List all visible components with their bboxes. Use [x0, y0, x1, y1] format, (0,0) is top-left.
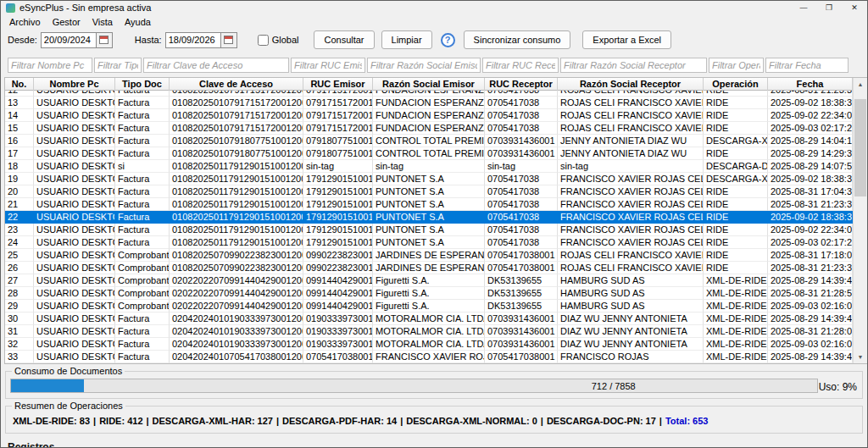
- table-cell: 1791290151001: [303, 173, 373, 185]
- table-cell: 2025-09-03 02:17:25: [768, 236, 853, 249]
- consultar-button[interactable]: Consultar: [314, 30, 374, 49]
- table-cell: USUARIO DESKTOP-...: [34, 338, 115, 351]
- table-row[interactable]: 12USUARIO DESKTOP-...Factura010820250107…: [5, 91, 853, 97]
- table-cell: 2025-09-02 22:34:03: [768, 224, 853, 236]
- column-header-4[interactable]: Clave de Acceso: [170, 78, 303, 91]
- table-cell: 1791290151001: [303, 198, 373, 211]
- hasta-input[interactable]: [165, 32, 221, 48]
- table-cell: 19: [5, 173, 34, 185]
- scrollbar-thumb[interactable]: [854, 99, 866, 196]
- limpiar-button[interactable]: Limpiar: [381, 30, 432, 49]
- desde-input[interactable]: [41, 32, 97, 48]
- scroll-down-icon[interactable]: ▼: [854, 351, 867, 363]
- filter-input-9[interactable]: [765, 58, 849, 73]
- vertical-scrollbar[interactable]: ▲ ▼: [853, 78, 867, 363]
- table-cell: RIDE: [704, 147, 768, 160]
- progress-text: 712 / 7858: [592, 381, 636, 391]
- filter-input-5[interactable]: [367, 58, 481, 73]
- table-cell: 0703931436001: [485, 338, 558, 351]
- hasta-label: Hasta:: [135, 35, 162, 45]
- column-header-6[interactable]: Razón Social Emisor: [373, 78, 485, 91]
- table-cell: 0705417038001: [485, 351, 558, 363]
- table-row[interactable]: 33USUARIO DESKTOP-...Factura020420240107…: [5, 351, 853, 363]
- filter-input-6[interactable]: [482, 58, 559, 73]
- table-cell: FRANCISCO XAVIER ROJAS CELI: [558, 173, 704, 185]
- table-row[interactable]: 24USUARIO DESKTOP-...Factura010820250117…: [5, 236, 853, 249]
- table-cell: 27: [5, 274, 34, 287]
- close-button[interactable]: ✕: [842, 1, 867, 14]
- table-row[interactable]: 13USUARIO DESKTOP-...Factura010820250107…: [5, 97, 853, 109]
- column-header-7[interactable]: RUC Receptor: [485, 78, 558, 91]
- column-header-3[interactable]: Tipo Doc: [115, 78, 170, 91]
- table-row[interactable]: 30USUARIO DESKTOP-...Factura020420240101…: [5, 312, 853, 325]
- filter-input-2[interactable]: [94, 58, 142, 73]
- hasta-calendar-button[interactable]: [221, 32, 237, 48]
- table-cell: 0791715172001: [303, 97, 373, 109]
- filter-input-8[interactable]: [709, 58, 764, 73]
- table-cell: 010820250107918077510012001004...: [170, 135, 303, 147]
- resumen-item: DESCARGA-XML-HAR: 127: [153, 416, 273, 426]
- filter-input-7[interactable]: [560, 58, 707, 73]
- column-header-10[interactable]: Fecha: [768, 78, 853, 91]
- table-cell: 2025-08-31 17:18:00: [768, 249, 853, 262]
- table-row[interactable]: 19USUARIO DESKTOP-...Factura010820250117…: [5, 173, 853, 185]
- table-cell: 0791807751001: [303, 135, 373, 147]
- desde-calendar-button[interactable]: [97, 32, 113, 48]
- column-header-8[interactable]: Razón Social Receptor: [558, 78, 704, 91]
- progress-fill: [11, 379, 84, 392]
- table-cell: HAMBURG SUD AS: [558, 300, 704, 312]
- table-row[interactable]: 17USUARIO DESKTOP-...Factura010820250107…: [5, 147, 853, 160]
- table-row[interactable]: 26USUARIO DESKTOP-...Comprobante...01082…: [5, 262, 853, 274]
- table-row[interactable]: 27USUARIO DESKTOP-...Comprobante...02022…: [5, 274, 853, 287]
- table-cell: 2025-09-03 02:16:05: [768, 338, 853, 351]
- scroll-up-icon[interactable]: ▲: [854, 78, 867, 91]
- help-icon[interactable]: ?: [441, 33, 455, 47]
- table-row[interactable]: 18USUARIO DESKTOP-...si01082025011791290…: [5, 160, 853, 173]
- column-header-1[interactable]: No.: [5, 78, 34, 91]
- global-checkbox[interactable]: [258, 35, 269, 46]
- table-row[interactable]: 14USUARIO DESKTOP-...Factura010820250107…: [5, 109, 853, 122]
- table-cell: USUARIO DESKTOP-...: [34, 274, 115, 287]
- menu-item-vista[interactable]: Vista: [86, 16, 119, 28]
- table-row[interactable]: 29USUARIO DESKTOP-...Comprobante...02022…: [5, 300, 853, 312]
- table-cell: 020420240101903339730012001100...: [170, 312, 303, 325]
- table-cell: PUNTONET S.A: [373, 236, 485, 249]
- table-cell: 23: [5, 224, 34, 236]
- table-row[interactable]: 25USUARIO DESKTOP-...Comprobante...01082…: [5, 249, 853, 262]
- column-header-9[interactable]: Operación: [704, 78, 768, 91]
- table-row[interactable]: 21USUARIO DESKTOP-...Factura010820250117…: [5, 198, 853, 211]
- column-header-5[interactable]: RUC Emisor: [303, 78, 373, 91]
- table-row[interactable]: 28USUARIO DESKTOP-...Comprobante...02022…: [5, 287, 853, 300]
- table-cell: Factura: [115, 109, 170, 122]
- menu-item-archivo[interactable]: Archivo: [3, 16, 47, 28]
- minimize-button[interactable]: —: [791, 1, 816, 14]
- maximize-button[interactable]: ❐: [816, 1, 842, 14]
- menu-item-ayuda[interactable]: Ayuda: [119, 16, 157, 28]
- sincronizar-consumo-button[interactable]: Sincronizar consumo: [464, 30, 571, 49]
- table-row[interactable]: 15USUARIO DESKTOP-...Factura010820250107…: [5, 122, 853, 135]
- filter-input-4[interactable]: [291, 58, 365, 73]
- column-header-2[interactable]: Nombre Pc: [34, 78, 115, 91]
- table-cell: 0705417038: [485, 91, 558, 97]
- table-cell: 010820250117912901510012001002...: [170, 236, 303, 249]
- table-cell: 010820250107918077510012001004...: [170, 147, 303, 160]
- table-cell: FRANCISCO XAVIER ROJAS CELI: [558, 224, 704, 236]
- table-cell: ROJAS CELI FRANCISCO XAVIER: [558, 122, 704, 135]
- menu-item-gestor[interactable]: Gestor: [47, 16, 86, 28]
- table-row[interactable]: 20USUARIO DESKTOP-...Factura010820250117…: [5, 185, 853, 198]
- exportar-excel-button[interactable]: Exportar a Excel: [582, 30, 671, 49]
- filter-input-1[interactable]: [8, 58, 92, 73]
- table-row[interactable]: 23USUARIO DESKTOP-...Factura010820250117…: [5, 224, 853, 236]
- table-cell: USUARIO DESKTOP-...: [34, 147, 115, 160]
- calendar-icon: [224, 36, 233, 44]
- table-cell: 0705417038: [485, 185, 558, 198]
- table-cell: 2025-08-29 14:29:36: [768, 147, 853, 160]
- filter-input-3[interactable]: [143, 58, 289, 73]
- global-checkbox-group: Global: [258, 35, 299, 46]
- table-row[interactable]: 22USUARIO DESKTOP-...Factura010820250117…: [5, 211, 853, 224]
- table-row[interactable]: 31USUARIO DESKTOP-...Factura020420240101…: [5, 325, 853, 338]
- table-cell: Factura: [115, 198, 170, 211]
- table-row[interactable]: 32USUARIO DESKTOP-...Factura020420240101…: [5, 338, 853, 351]
- title-bar: eSyncPlus - Sin empresa activa — ❐ ✕: [1, 1, 867, 14]
- table-row[interactable]: 16USUARIO DESKTOP-...Factura010820250107…: [5, 135, 853, 147]
